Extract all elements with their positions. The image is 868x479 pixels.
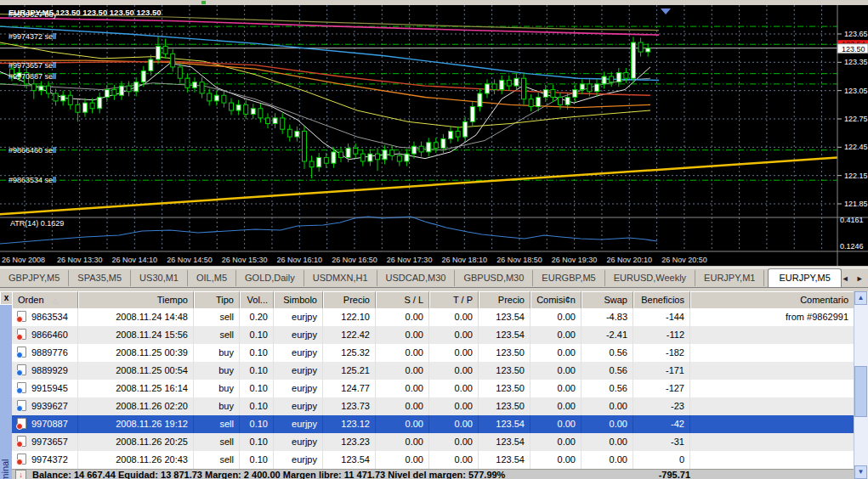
cell-precio: 123.73: [323, 397, 376, 415]
price-tick: 121.85: [844, 200, 868, 208]
column-header-swap[interactable]: Swap: [582, 291, 633, 308]
orders-table-body: 98635342008.11.24 14:48sell0.20eurjpy122…: [12, 308, 854, 469]
cell-orden: 9866460: [12, 326, 78, 344]
chart-tab-gold-daily[interactable]: GOLD,Daily: [236, 270, 304, 286]
chart-tab-gbpusd-m30[interactable]: GBPUSD,M30: [455, 270, 533, 286]
cell-s-l: 0.00: [376, 433, 429, 451]
price-tick: 123.05: [844, 87, 868, 95]
cell-vol-: 0.10: [240, 433, 274, 451]
cell-swap: 0.00: [582, 451, 633, 469]
column-header-tipo[interactable]: Tipo: [194, 291, 240, 308]
order-row-9973657[interactable]: 99736572008.11.26 20:25sell0.10eurjpy123…: [12, 433, 854, 451]
order-row-9866460[interactable]: 98664602008.11.24 15:56sell0.10eurjpy122…: [12, 326, 854, 344]
close-terminal-button[interactable]: x: [1, 292, 12, 304]
balance-summary: Balance: 14 667.44 Equidad: 13 871.73 Ma…: [32, 470, 505, 479]
column-header-precio[interactable]: Precio: [479, 291, 530, 308]
column-header-s-l[interactable]: S / L: [376, 291, 429, 308]
column-header-comentario[interactable]: Comentario: [690, 291, 854, 308]
chart-tab-eurjpy-m1[interactable]: EURJPY,M1: [695, 270, 764, 286]
chart-tab-eurgbp-m5[interactable]: EURGBP,M5: [533, 270, 604, 286]
order-row-9970887[interactable]: 99708872008.11.26 19:12sell0.10eurjpy123…: [12, 415, 854, 433]
chart-tab-usdcad-m30[interactable]: USDCAD,M30: [377, 270, 456, 286]
cell-comisi-n: 0.00: [530, 308, 582, 326]
column-header-comisi-n[interactable]: Comisi¢n: [530, 291, 582, 308]
cell-tiempo: 2008.11.25 00:54: [78, 362, 194, 380]
cell-swap: 0.56: [582, 344, 633, 362]
order-row-9939627[interactable]: 99396272008.11.26 02:20buy0.10eurjpy123.…: [12, 397, 854, 415]
column-header-precio[interactable]: Precio: [323, 291, 376, 308]
chart-tab-eurjpy-m5[interactable]: EURJPY,M5: [768, 268, 841, 288]
time-tick: 26 Nov 2008: [2, 256, 45, 264]
cell-comisi-n: 0.00: [530, 397, 582, 415]
scrollbar-thumb[interactable]: [854, 366, 867, 417]
cell-precio: 122.10: [323, 308, 376, 326]
time-tick: 26 Nov 20:50: [661, 256, 707, 264]
cell-s-l: 0.00: [376, 451, 429, 469]
cell-t-p: 0.00: [429, 326, 479, 344]
tab-scroll-left-icon: ◄: [842, 274, 856, 283]
cell-orden: 9973657: [12, 433, 78, 451]
sell-order-icon: [17, 454, 26, 465]
cell-precio: 123.50: [479, 362, 530, 380]
cell-precio: 122.42: [323, 326, 376, 344]
terminal-panel: x Terminal Orden△TiempoTipoVol...Simbolo…: [0, 291, 868, 479]
tab-scroll-arrows[interactable]: ◄►: [842, 274, 868, 283]
column-header-tiempo[interactable]: Tiempo: [78, 291, 194, 308]
cell-beneficios: -23: [633, 397, 690, 415]
chart-tab-gbpjpy-m5[interactable]: GBPJPY,M5: [0, 270, 69, 286]
cell-s-l: 0.00: [376, 415, 429, 433]
cell-orden: 9974372: [12, 451, 78, 469]
time-tick: 26 Nov 15:30: [222, 256, 268, 264]
terminal-scrollbar[interactable]: ▲ ▼: [854, 291, 868, 479]
order-row-9889776[interactable]: 98897762008.11.25 00:39buy0.10eurjpy125.…: [12, 344, 854, 362]
svg-text:123.50: 123.50: [842, 45, 865, 54]
cell-precio: 123.54: [479, 433, 530, 451]
cell-vol-: 0.20: [240, 308, 274, 326]
price-chart[interactable]: EURJPY,M5 123.50 123.50 123.50 123.50#99…: [0, 5, 868, 266]
cell-orden: 9915945: [12, 380, 78, 397]
column-header-simbolo[interactable]: Simbolo: [274, 291, 323, 308]
scrollbar-up-icon[interactable]: ▲: [854, 291, 867, 305]
chart-tab-spa35-m5[interactable]: SPA35,M5: [69, 270, 131, 286]
cell-comentario: [690, 415, 854, 433]
atr-axis-max: 0.4161: [840, 216, 864, 224]
orders-table-header: Orden△TiempoTipoVol...SimboloPrecioS / L…: [12, 291, 854, 309]
terminal-side-tab[interactable]: Terminal: [0, 305, 12, 479]
cell-orden: 9889929: [12, 362, 78, 380]
column-header-vol-[interactable]: Vol...: [240, 291, 274, 308]
cell-comentario: [690, 380, 854, 397]
cell-t-p: 0.00: [429, 451, 479, 469]
chart-tab-oil-m5[interactable]: OIL,M5: [188, 270, 236, 286]
column-header-beneficios[interactable]: Beneficios: [633, 291, 690, 308]
order-annotation: #9939627 buy: [9, 10, 58, 19]
sell-order-icon: [17, 418, 26, 429]
cell-comisi-n: 0.00: [530, 433, 582, 451]
order-row-9863534[interactable]: 98635342008.11.24 14:48sell0.20eurjpy122…: [12, 308, 854, 326]
cell-beneficios: -127: [633, 380, 690, 397]
cell-simbolo: eurjpy: [274, 326, 323, 344]
order-row-9915945[interactable]: 99159452008.11.25 16:14buy0.10eurjpy124.…: [12, 380, 854, 397]
scrollbar-down-icon[interactable]: ▼: [854, 465, 867, 479]
cell-swap: 0.00: [582, 415, 633, 433]
order-row-9974372[interactable]: 99743722008.11.26 20:43sell0.10eurjpy123…: [12, 451, 854, 469]
cell-simbolo: eurjpy: [274, 308, 323, 326]
cell-swap: 0.56: [582, 362, 633, 380]
cell-t-p: 0.00: [429, 308, 479, 326]
order-row-9889929[interactable]: 98899292008.11.25 00:54buy0.10eurjpy125.…: [12, 362, 854, 380]
cell-comentario: [690, 344, 854, 362]
column-header-orden[interactable]: Orden△: [12, 291, 78, 308]
chart-tab-us30-m1[interactable]: US30,M1: [131, 270, 188, 286]
cell-s-l: 0.00: [376, 308, 429, 326]
time-tick: 26 Nov 13:30: [57, 256, 103, 264]
cell-precio: 123.54: [323, 451, 376, 469]
cell-s-l: 0.00: [376, 362, 429, 380]
cell-precio: 123.12: [323, 415, 376, 433]
chart-svg: EURJPY,M5 123.50 123.50 123.50 123.50#99…: [0, 5, 868, 266]
cell-precio: 125.21: [323, 362, 376, 380]
chart-tab-eurusd-weekly[interactable]: EURUSD,Weekly: [605, 270, 695, 286]
cell-tipo: buy: [194, 362, 240, 380]
cell-orden: 9889776: [12, 344, 78, 362]
atr-label: ATR(14) 0.1629: [10, 219, 64, 228]
column-header-t-p[interactable]: T / P: [429, 291, 479, 308]
chart-tab-usdmxn-h1[interactable]: USDMXN,H1: [304, 270, 377, 286]
